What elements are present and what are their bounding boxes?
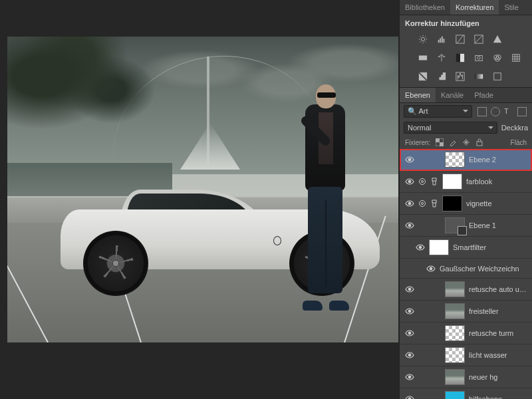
adjustment-icons-row3 xyxy=(400,68,532,87)
visibility-icon[interactable] xyxy=(405,221,414,230)
layer-thumbnail[interactable] xyxy=(445,303,465,319)
brightness-icon[interactable] xyxy=(417,34,429,45)
tab-ebenen[interactable]: Ebenen xyxy=(400,88,436,102)
lock-paint-icon[interactable] xyxy=(449,138,457,146)
layer-thumbnail[interactable] xyxy=(429,239,449,255)
filter-pixel-icon[interactable] xyxy=(477,107,487,116)
selectivecolor-icon[interactable] xyxy=(491,71,503,82)
layer-row[interactable]: farblook xyxy=(400,171,532,193)
filter-type-icon[interactable]: T xyxy=(504,107,513,116)
visibility-icon[interactable] xyxy=(405,155,414,164)
svg-point-40 xyxy=(408,376,411,378)
layer-name[interactable]: neuer hg xyxy=(469,373,529,381)
blend-mode-dropdown[interactable]: Normal xyxy=(404,122,497,134)
opacity-label: Deckkra xyxy=(501,124,528,132)
curves-icon[interactable] xyxy=(454,34,466,45)
lock-transparency-icon[interactable] xyxy=(436,138,444,146)
layer-row[interactable]: retusche turm xyxy=(400,323,532,344)
layer-row[interactable]: Ebene 2 xyxy=(400,149,532,171)
balance-icon[interactable] xyxy=(436,53,448,63)
filter-adjust-icon[interactable] xyxy=(491,107,500,116)
visibility-icon[interactable] xyxy=(416,243,425,252)
svg-point-30 xyxy=(420,201,426,207)
layer-row[interactable]: Ebene 1 xyxy=(400,215,532,237)
tab-korrekturen[interactable]: Korrekturen xyxy=(450,0,499,15)
layer-thumbnail[interactable] xyxy=(445,347,465,363)
visibility-icon[interactable] xyxy=(405,350,414,360)
visibility-icon[interactable] xyxy=(405,177,414,186)
layer-thumbnail[interactable] xyxy=(442,174,462,190)
visibility-icon[interactable] xyxy=(405,329,414,338)
layer-thumbnail[interactable] xyxy=(445,369,465,385)
threshold-icon[interactable] xyxy=(454,71,466,82)
layer-thumbnail[interactable] xyxy=(445,217,465,233)
right-panel: Bibliotheken Korrekturen Stile Korrektur… xyxy=(399,0,532,399)
tab-pfade[interactable]: Pfade xyxy=(469,88,499,102)
link-icon[interactable] xyxy=(418,178,426,186)
visibility-icon[interactable] xyxy=(405,199,414,208)
svg-point-26 xyxy=(420,179,426,185)
fx-icon[interactable] xyxy=(430,178,438,186)
posterize-icon[interactable] xyxy=(436,71,448,82)
canvas-area xyxy=(0,0,399,399)
lock-all-icon[interactable] xyxy=(475,138,483,146)
hue-icon[interactable] xyxy=(417,53,429,63)
layer-name[interactable]: Ebene 2 xyxy=(469,156,529,164)
invert-icon[interactable] xyxy=(417,71,429,82)
levels-icon[interactable] xyxy=(436,34,448,45)
svg-point-36 xyxy=(408,288,411,291)
photofilter-icon[interactable] xyxy=(473,53,485,63)
adjustment-icons-row2 xyxy=(400,50,532,68)
lock-position-icon[interactable] xyxy=(462,138,470,146)
filter-type-icons: T xyxy=(476,106,528,117)
layer-thumbnail[interactable] xyxy=(445,325,465,341)
lock-label: Fixieren: xyxy=(405,139,430,146)
layer-name[interactable]: Smartfilter xyxy=(453,243,529,251)
colorlookup-icon[interactable] xyxy=(510,53,522,63)
link-icon[interactable] xyxy=(418,200,426,207)
svg-rect-2 xyxy=(440,38,441,43)
layer-name[interactable]: Gaußscher Weichzeichn xyxy=(440,265,529,273)
tab-bibliotheken[interactable]: Bibliotheken xyxy=(400,0,450,15)
layer-row[interactable]: Gaußscher Weichzeichn xyxy=(400,259,532,279)
filter-shape-icon[interactable] xyxy=(517,107,527,116)
visibility-icon[interactable] xyxy=(405,372,414,382)
adjustment-icons-row1 xyxy=(400,31,532,50)
layer-name[interactable]: farblook xyxy=(466,178,529,186)
fx-icon[interactable] xyxy=(430,200,438,207)
layer-row[interactable]: licht wasser xyxy=(400,344,532,366)
exposure-icon[interactable] xyxy=(473,34,485,45)
channelmixer-icon[interactable] xyxy=(491,53,503,63)
layer-thumbnail[interactable] xyxy=(445,152,465,168)
layers-list: Ebene 2farblookvignetteEbene 1Smartfilte… xyxy=(400,149,532,399)
visibility-icon[interactable] xyxy=(405,307,414,316)
visibility-icon[interactable] xyxy=(405,394,414,399)
layer-row[interactable]: retusche auto und model xyxy=(400,279,532,301)
layer-thumbnail[interactable] xyxy=(445,391,465,399)
tab-kanale[interactable]: Kanäle xyxy=(436,88,469,102)
layer-name[interactable]: retusche turm xyxy=(469,329,529,337)
layer-row[interactable]: hilfsebene xyxy=(400,388,532,399)
layer-thumbnail[interactable] xyxy=(445,281,465,297)
layer-name[interactable]: retusche auto und model xyxy=(469,285,529,293)
gradientmap-icon[interactable] xyxy=(473,71,485,82)
layer-name[interactable]: freisteller xyxy=(469,307,529,315)
layer-name[interactable]: vignette xyxy=(466,200,529,207)
layer-name[interactable]: hilfsebene xyxy=(469,395,529,399)
bw-icon[interactable] xyxy=(454,53,466,63)
layer-name[interactable]: Ebene 1 xyxy=(469,221,529,229)
visibility-icon[interactable] xyxy=(426,264,436,273)
document-canvas[interactable] xyxy=(7,37,398,342)
layer-row[interactable]: freisteller xyxy=(400,301,532,323)
tab-stile[interactable]: Stile xyxy=(499,0,523,15)
layer-row[interactable]: neuer hg xyxy=(400,366,532,388)
svg-rect-32 xyxy=(432,200,436,203)
layer-name[interactable]: licht wasser xyxy=(469,351,529,359)
layer-row[interactable]: Smartfilter xyxy=(400,237,532,259)
vibrance-icon[interactable] xyxy=(491,34,503,45)
svg-rect-7 xyxy=(419,56,427,61)
visibility-icon[interactable] xyxy=(405,285,414,294)
layer-filter-dropdown[interactable]: 🔍 Art xyxy=(404,105,472,118)
layer-thumbnail[interactable] xyxy=(442,196,462,211)
layer-row[interactable]: vignette xyxy=(400,193,532,215)
